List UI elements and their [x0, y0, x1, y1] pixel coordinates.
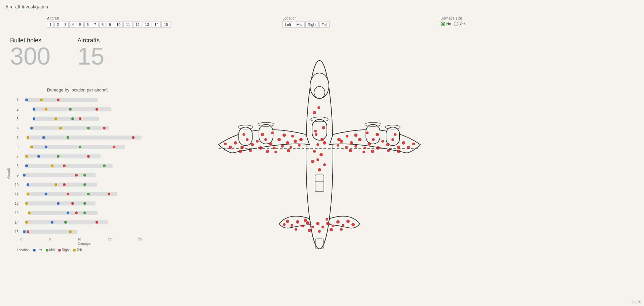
row-label: 11 — [12, 192, 18, 196]
row-dot — [37, 155, 40, 158]
aircraft-filter-btn-10[interactable]: 10 — [114, 22, 123, 28]
row-dot — [27, 193, 29, 195]
x-tick: 0 — [21, 238, 22, 241]
legend-item-label: Tail — [77, 248, 82, 252]
radio-no[interactable]: No — [441, 22, 451, 26]
svg-point-29 — [290, 146, 292, 149]
svg-point-53 — [364, 147, 366, 149]
row-dot — [67, 193, 69, 195]
row-dot — [27, 183, 29, 186]
row-dot — [25, 202, 28, 205]
svg-rect-8 — [312, 119, 327, 140]
row-dot — [27, 230, 29, 233]
chart-title: Damage by location per aircraft — [7, 87, 148, 92]
svg-point-52 — [368, 142, 371, 146]
damage-size-filter: Damage size NoYes — [441, 16, 465, 26]
row-bar — [25, 164, 112, 168]
svg-point-80 — [311, 160, 314, 163]
legend-item-tail: Tail — [73, 248, 82, 252]
location-filter-btn-Tail[interactable]: Tail — [319, 22, 330, 28]
aircraft-filter-btn-7[interactable]: 7 — [92, 22, 99, 28]
row-dot — [40, 99, 43, 101]
svg-point-92 — [311, 226, 314, 228]
aircraft-filter-btn-3[interactable]: 3 — [62, 22, 69, 28]
chart-row: 10 — [12, 180, 148, 189]
svg-point-78 — [319, 153, 323, 156]
row-label: 5 — [12, 136, 18, 140]
svg-point-87 — [286, 220, 289, 223]
row-bar-area — [21, 191, 148, 197]
chart-row: 12 — [12, 199, 148, 208]
row-dot — [83, 202, 86, 205]
svg-point-73 — [315, 133, 317, 136]
location-filter-btn-Mid[interactable]: Mid — [294, 22, 305, 28]
row-dot — [79, 117, 81, 120]
svg-point-19 — [246, 138, 249, 141]
svg-point-28 — [286, 141, 289, 145]
aircraft-filter: Aircraft 123456789101112131415 — [47, 16, 171, 28]
row-dot — [69, 108, 72, 111]
row-dot — [25, 99, 28, 101]
svg-point-2 — [310, 73, 329, 99]
svg-point-60 — [407, 146, 410, 149]
x-tick: 15 — [108, 238, 111, 241]
x-axis-ticks: 05101520 — [21, 238, 142, 241]
kpi-bullet-holes-value: 300 — [10, 44, 50, 68]
svg-point-46 — [397, 146, 400, 149]
svg-point-39 — [242, 133, 245, 136]
svg-point-97 — [336, 220, 340, 224]
aircraft-filter-btn-11[interactable]: 11 — [123, 22, 132, 28]
radio-yes[interactable]: Yes — [454, 22, 465, 26]
svg-point-33 — [224, 143, 227, 145]
aircraft-filter-btn-15[interactable]: 15 — [161, 22, 170, 28]
svg-point-104 — [318, 230, 321, 233]
legend: Location LeftMidRightTail — [17, 248, 148, 252]
row-dot — [51, 221, 53, 224]
svg-point-61 — [412, 143, 415, 145]
svg-point-56 — [350, 141, 353, 145]
aircraft-filter-btn-14[interactable]: 14 — [152, 22, 161, 28]
row-bar-area — [21, 153, 148, 160]
legend-item-mid: Mid — [46, 248, 55, 252]
svg-point-76 — [323, 141, 326, 145]
aircraft-filter-btn-1[interactable]: 1 — [47, 22, 54, 28]
row-label: 8 — [12, 164, 18, 168]
row-dot — [71, 117, 74, 120]
aircraft-filter-btn-6[interactable]: 6 — [84, 22, 91, 28]
svg-point-69 — [366, 131, 369, 134]
row-dot — [103, 127, 106, 129]
aircraft-filter-btn-8[interactable]: 8 — [99, 22, 106, 28]
svg-point-17 — [234, 141, 237, 145]
row-dot — [23, 230, 26, 233]
svg-point-89 — [296, 220, 299, 224]
svg-point-96 — [332, 225, 334, 227]
row-dot — [67, 212, 69, 214]
svg-point-48 — [386, 143, 389, 146]
damage-size-radio-group: NoYes — [441, 22, 465, 26]
aircraft-filter-btn-13[interactable]: 13 — [143, 22, 151, 28]
row-dot — [57, 99, 60, 101]
aircraft-filter-btn-4[interactable]: 4 — [69, 22, 76, 28]
row-dot — [63, 164, 66, 167]
svg-point-27 — [281, 145, 284, 148]
svg-point-57 — [345, 146, 348, 149]
svg-point-24 — [269, 142, 272, 146]
aircraft-filter-btn-5[interactable]: 5 — [77, 22, 84, 28]
row-dot — [75, 174, 78, 177]
x-tick: 5 — [49, 238, 51, 241]
aircraft-filter-btn-9[interactable]: 9 — [107, 22, 113, 28]
aircraft-filter-btn-2[interactable]: 2 — [54, 22, 61, 28]
aircraft-filter-btn-12[interactable]: 12 — [133, 22, 142, 28]
svg-rect-4 — [239, 127, 252, 146]
location-filter-btn-Left[interactable]: Left — [282, 22, 293, 28]
legend-item-label: Left — [37, 248, 42, 252]
svg-point-105 — [330, 228, 333, 231]
page-title: Aircraft Investigation — [5, 4, 48, 9]
location-filter-btn-Right[interactable]: Right — [305, 22, 319, 28]
row-dot — [42, 136, 45, 139]
legend-item-label: Right — [62, 248, 70, 252]
row-dot — [87, 193, 90, 195]
svg-point-44 — [299, 138, 303, 141]
legend-dot — [33, 249, 36, 252]
location-filter-buttons: LeftMidRightTail — [282, 22, 330, 28]
